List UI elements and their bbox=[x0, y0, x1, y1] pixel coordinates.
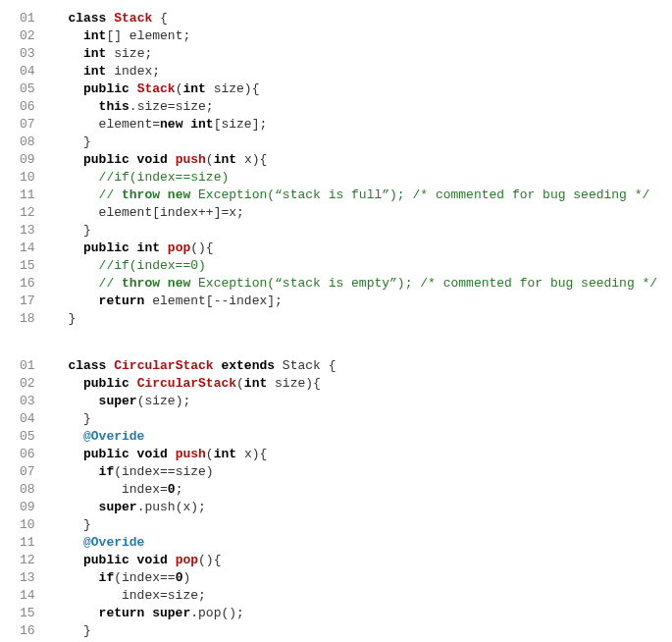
line-number: 01 bbox=[20, 357, 45, 375]
line-number: 13 bbox=[20, 222, 45, 240]
line: 03 int size; bbox=[20, 45, 652, 63]
code-content: public void push(int x){ bbox=[45, 151, 652, 169]
line: 07 if(index==size) bbox=[20, 463, 652, 481]
line: 14 index=size; bbox=[20, 587, 652, 605]
code-content: @Overide bbox=[45, 428, 652, 446]
line: 10 //if(index==size) bbox=[20, 169, 652, 187]
code-content: } bbox=[45, 410, 652, 428]
code-content: int index; bbox=[45, 63, 652, 80]
line: 07 element=new int[size]; bbox=[20, 116, 652, 134]
line: 11 // throw new Exception(“stack is full… bbox=[20, 187, 652, 204]
code-content: public CircularStack(int size){ bbox=[45, 375, 652, 393]
code-content: if(index==0) bbox=[45, 569, 652, 587]
line-number: 15 bbox=[20, 605, 45, 622]
code-content: if(index==size) bbox=[45, 463, 652, 481]
line: 15 return super.pop(); bbox=[20, 605, 652, 622]
line-number: 04 bbox=[20, 63, 45, 80]
line-number: 07 bbox=[20, 463, 45, 481]
line: 04 } bbox=[20, 410, 652, 428]
code-block-circularstack: 01 class CircularStack extends Stack { 0… bbox=[20, 357, 652, 642]
code-block-stack: 01 class Stack { 02 int[] element; 03 in… bbox=[20, 10, 652, 328]
line: 13 if(index==0) bbox=[20, 569, 652, 587]
line: 18 } bbox=[20, 310, 652, 328]
code-content: } bbox=[45, 516, 652, 534]
line: 04 int index; bbox=[20, 63, 652, 80]
code-content: return element[--index]; bbox=[45, 293, 652, 310]
code-content: // throw new Exception(“stack is empty”)… bbox=[45, 275, 657, 293]
code-content: class CircularStack extends Stack { bbox=[45, 357, 652, 375]
line-number: 17 bbox=[20, 293, 45, 310]
line: 14 public int pop(){ bbox=[20, 240, 652, 257]
line-number: 10 bbox=[20, 516, 45, 534]
line: 09 public void push(int x){ bbox=[20, 151, 652, 169]
code-content: int[] element; bbox=[45, 27, 652, 45]
line-number: 02 bbox=[20, 27, 45, 45]
line-number: 02 bbox=[20, 375, 45, 393]
line-number: 05 bbox=[20, 428, 45, 446]
line: 17 return element[--index]; bbox=[20, 293, 652, 310]
line-number: 07 bbox=[20, 116, 45, 134]
line-number: 12 bbox=[20, 204, 45, 222]
code-content: index=0; bbox=[45, 481, 652, 499]
code-content: } bbox=[45, 134, 652, 151]
line: 10 } bbox=[20, 516, 652, 534]
code-content: //if(index==size) bbox=[45, 169, 652, 187]
line-number: 05 bbox=[20, 80, 45, 98]
line-number: 18 bbox=[20, 310, 45, 328]
line-number: 09 bbox=[20, 499, 45, 516]
code-content: @Overide bbox=[45, 534, 652, 552]
line-number: 03 bbox=[20, 393, 45, 410]
line-number: 12 bbox=[20, 552, 45, 569]
code-content: public void push(int x){ bbox=[45, 446, 652, 463]
line-number: 15 bbox=[20, 257, 45, 275]
line-number: 09 bbox=[20, 151, 45, 169]
line: 08 } bbox=[20, 134, 652, 151]
line-number: 08 bbox=[20, 481, 45, 499]
line-number: 13 bbox=[20, 569, 45, 587]
line: 05 public Stack(int size){ bbox=[20, 80, 652, 98]
code-content: element[index++]=x; bbox=[45, 204, 652, 222]
line: 08 index=0; bbox=[20, 481, 652, 499]
code-content: class Stack { bbox=[45, 10, 652, 27]
line-number: 10 bbox=[20, 169, 45, 187]
line: 09 super.push(x); bbox=[20, 499, 652, 516]
line: 01 class CircularStack extends Stack { bbox=[20, 357, 652, 375]
line-number: 01 bbox=[20, 10, 45, 27]
line: 16 // throw new Exception(“stack is empt… bbox=[20, 275, 652, 293]
line-number: 11 bbox=[20, 187, 45, 204]
code-content: //if(index==0) bbox=[45, 257, 652, 275]
line-number: 06 bbox=[20, 98, 45, 116]
line-number: 08 bbox=[20, 134, 45, 151]
line: 01 class Stack { bbox=[20, 10, 652, 27]
line: 06 this.size=size; bbox=[20, 98, 652, 116]
line-number: 14 bbox=[20, 587, 45, 605]
code-content: // throw new Exception(“stack is full”);… bbox=[45, 187, 652, 204]
code-content: super.push(x); bbox=[45, 499, 652, 516]
code-content: int size; bbox=[45, 45, 652, 63]
line: 12 public void pop(){ bbox=[20, 552, 652, 569]
line-number: 04 bbox=[20, 410, 45, 428]
line: 02 public CircularStack(int size){ bbox=[20, 375, 652, 393]
code-content: return super.pop(); bbox=[45, 605, 652, 622]
code-content: } bbox=[45, 222, 652, 240]
code-content: this.size=size; bbox=[45, 98, 652, 116]
line: 05 @Overide bbox=[20, 428, 652, 446]
code-content: index=size; bbox=[45, 587, 652, 605]
code-content: public Stack(int size){ bbox=[45, 80, 652, 98]
code-content: } bbox=[45, 622, 652, 640]
line: 16 } bbox=[20, 622, 652, 640]
code-content: public void pop(){ bbox=[45, 552, 652, 569]
line-number: 11 bbox=[20, 534, 45, 552]
line: 06 public void push(int x){ bbox=[20, 446, 652, 463]
line: 13 } bbox=[20, 222, 652, 240]
code-content: element=new int[size]; bbox=[45, 116, 652, 134]
line-number: 03 bbox=[20, 45, 45, 63]
line-number: 16 bbox=[20, 275, 45, 293]
line: 02 int[] element; bbox=[20, 27, 652, 45]
line: 15 //if(index==0) bbox=[20, 257, 652, 275]
line-number: 06 bbox=[20, 446, 45, 463]
line-number: 16 bbox=[20, 622, 45, 640]
line: 12 element[index++]=x; bbox=[20, 204, 652, 222]
code-content: super(size); bbox=[45, 393, 652, 410]
code-content: public int pop(){ bbox=[45, 240, 652, 257]
